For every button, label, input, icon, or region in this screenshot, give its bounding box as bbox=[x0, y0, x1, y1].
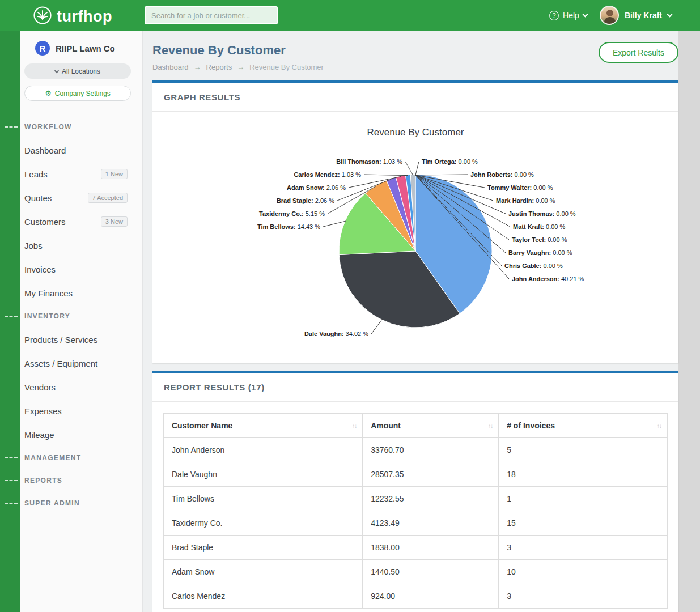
sidebar: R RIIPL Lawn Co All Locations ⚙ Company … bbox=[20, 31, 143, 612]
user-menu[interactable]: Billy Kraft bbox=[600, 6, 672, 25]
breadcrumb-dashboard[interactable]: Dashboard bbox=[152, 63, 189, 71]
pie-label-brad-staple: Brad Staple: 2.06 % bbox=[277, 197, 334, 204]
pie-label-mark-hardin: Mark Hardin: 0.00 % bbox=[496, 197, 555, 204]
pie-label-dale-vaughn: Dale Vaughn: 34.02 % bbox=[304, 330, 368, 337]
cell-of-invoices: 3 bbox=[499, 536, 668, 560]
help-label: Help bbox=[563, 11, 579, 20]
page: turfhop ? Help Billy Kraft R RIIPL Lawn … bbox=[0, 0, 700, 612]
sidebar-item-dashboard[interactable]: Dashboard bbox=[20, 138, 142, 162]
label-line-dale-vaughn bbox=[371, 319, 382, 334]
pie-label-tim-ortega: Tim Ortega: 0.00 % bbox=[422, 158, 478, 165]
sidebar-item-customers[interactable]: Customers3 New bbox=[20, 210, 142, 233]
export-results-button[interactable]: Export Results bbox=[599, 42, 678, 63]
cell-amount: 1838.00 bbox=[363, 536, 499, 560]
cell-customer-name: Carlos Mendez bbox=[164, 584, 363, 609]
cell-customer-name: Adam Snow bbox=[164, 560, 363, 584]
pie-label-matt-kraft: Matt Kraft: 0.00 % bbox=[513, 223, 566, 230]
sidebar-item-label: Leads bbox=[24, 169, 48, 179]
turfhop-logo-icon bbox=[33, 6, 52, 27]
sidebar-item-mileage[interactable]: Mileage bbox=[20, 423, 142, 447]
breadcrumb-reports[interactable]: Reports bbox=[206, 63, 232, 71]
label-line-bill-thomason bbox=[405, 162, 413, 175]
sidebar-item-label: Mileage bbox=[24, 430, 54, 440]
cell-amount: 1440.50 bbox=[363, 560, 499, 584]
nav-section-inventory[interactable]: INVENTORY bbox=[20, 305, 142, 328]
sort-icon: ↑↓ bbox=[488, 423, 493, 429]
status-badge: 1 New bbox=[101, 169, 128, 179]
col-header-amount[interactable]: Amount↑↓ bbox=[363, 414, 499, 438]
sidebar-item-jobs[interactable]: Jobs bbox=[20, 233, 142, 257]
col-header-label: Amount bbox=[371, 421, 401, 430]
pie-svg: Revenue By CustomerJohn Anderson: 40.21 … bbox=[152, 114, 678, 358]
col-header-label: Customer Name bbox=[172, 421, 232, 430]
cell-customer-name: Dale Vaughn bbox=[164, 462, 363, 487]
table-header-row: Customer Name↑↓Amount↑↓# of Invoices↑↓ bbox=[164, 414, 668, 438]
sidebar-item-label: Invoices bbox=[24, 265, 56, 274]
nav-section-label: WORKFLOW bbox=[24, 123, 72, 131]
dash-icon bbox=[5, 316, 18, 317]
sidebar-item-invoices[interactable]: Invoices bbox=[20, 257, 142, 281]
graph-results-card: GRAPH RESULTS Revenue By CustomerJohn An… bbox=[152, 80, 678, 363]
cell-amount: 924.00 bbox=[363, 584, 499, 609]
report-card-title: REPORT RESULTS (17) bbox=[152, 373, 678, 402]
pie-label-bill-thomason: Bill Thomason: 1.03 % bbox=[336, 158, 402, 165]
label-line-tim-ortega bbox=[415, 162, 419, 175]
dash-icon bbox=[5, 480, 18, 481]
nav-section-super-admin[interactable]: SUPER ADMIN bbox=[20, 492, 142, 515]
revenue-pie-chart: Revenue By CustomerJohn Anderson: 40.21 … bbox=[152, 112, 678, 363]
search-input[interactable] bbox=[145, 6, 278, 24]
pie-label-john-anderson: John Anderson: 40.21 % bbox=[512, 275, 584, 282]
col-header-label: # of Invoices bbox=[507, 421, 555, 430]
cell-customer-name: Taxidermy Co. bbox=[164, 511, 363, 536]
sidebar-item-label: Customers bbox=[24, 217, 66, 227]
dash-icon bbox=[5, 126, 18, 128]
user-name: Billy Kraft bbox=[625, 11, 662, 20]
pie-label-justin-thomas: Justin Thomas: 0.00 % bbox=[508, 210, 576, 217]
label-line-carlos-mendez bbox=[364, 175, 408, 176]
table-row: Dale Vaughn28507.3518 bbox=[164, 462, 668, 487]
turfhop-logo: turfhop bbox=[33, 6, 112, 27]
sidebar-item-my-finances[interactable]: My Finances bbox=[20, 281, 142, 305]
col-header-of-invoices[interactable]: # of Invoices↑↓ bbox=[499, 414, 668, 438]
pie-label-taylor-teel: Taylor Teel: 0.00 % bbox=[512, 236, 567, 243]
table-row: John Anderson33760.705 bbox=[164, 438, 668, 462]
table-row: Taxidermy Co.4123.4915 bbox=[164, 511, 668, 536]
arrow-right-icon: → bbox=[237, 63, 244, 71]
sidebar-item-label: Dashboard bbox=[24, 146, 66, 155]
chevron-down-icon bbox=[582, 11, 588, 17]
all-locations-dropdown[interactable]: All Locations bbox=[24, 63, 131, 79]
nav-section-workflow[interactable]: WORKFLOW bbox=[20, 116, 142, 138]
cell-of-invoices: 18 bbox=[499, 462, 668, 487]
company-settings-label: Company Settings bbox=[55, 90, 111, 97]
pie-label-tim-bellows: Tim Bellows: 14.43 % bbox=[257, 223, 320, 230]
topbar: turfhop ? Help Billy Kraft bbox=[0, 0, 700, 31]
main-content: Revenue By Customer Dashboard → Reports … bbox=[143, 31, 678, 612]
sidebar-item-assets-equipment[interactable]: Assets / Equipment bbox=[20, 351, 142, 375]
cell-customer-name: Tim Bellows bbox=[164, 487, 363, 511]
company-settings-button[interactable]: ⚙ Company Settings bbox=[24, 86, 131, 101]
sidebar-item-vendors[interactable]: Vendors bbox=[20, 375, 142, 399]
sidebar-item-leads[interactable]: Leads1 New bbox=[20, 162, 142, 186]
label-line-tim-bellows bbox=[323, 221, 346, 227]
company-logo-icon: R bbox=[35, 41, 50, 56]
sidebar-item-quotes[interactable]: Quotes7 Accepted bbox=[20, 186, 142, 210]
nav-section-management[interactable]: MANAGEMENT bbox=[20, 447, 142, 469]
sidebar-item-label: Expenses bbox=[24, 406, 62, 416]
table-row: Brad Staple1838.003 bbox=[164, 536, 668, 560]
sidebar-item-label: Vendors bbox=[24, 382, 56, 392]
nav-section-reports[interactable]: REPORTS bbox=[20, 469, 142, 492]
dash-icon bbox=[5, 457, 18, 458]
help-menu[interactable]: ? Help bbox=[549, 11, 587, 20]
cell-of-invoices: 15 bbox=[499, 511, 668, 536]
pie-label-chris-gable: Chris Gable: 0.00 % bbox=[504, 262, 563, 269]
main-header: Revenue By Customer Dashboard → Reports … bbox=[152, 31, 678, 80]
sidebar-item-products-services[interactable]: Products / Services bbox=[20, 328, 142, 351]
chevron-down-icon bbox=[667, 11, 673, 17]
table-row: Carlos Mendez924.003 bbox=[164, 584, 668, 609]
nav-section-label: SUPER ADMIN bbox=[24, 499, 80, 507]
graph-card-title: GRAPH RESULTS bbox=[152, 83, 678, 112]
sidebar-item-expenses[interactable]: Expenses bbox=[20, 399, 142, 423]
pie-label-taxidermy-co: Taxidermy Co.: 5.15 % bbox=[259, 210, 325, 217]
col-header-customer-name[interactable]: Customer Name↑↓ bbox=[164, 414, 363, 438]
report-table: Customer Name↑↓Amount↑↓# of Invoices↑↓ J… bbox=[163, 413, 668, 609]
